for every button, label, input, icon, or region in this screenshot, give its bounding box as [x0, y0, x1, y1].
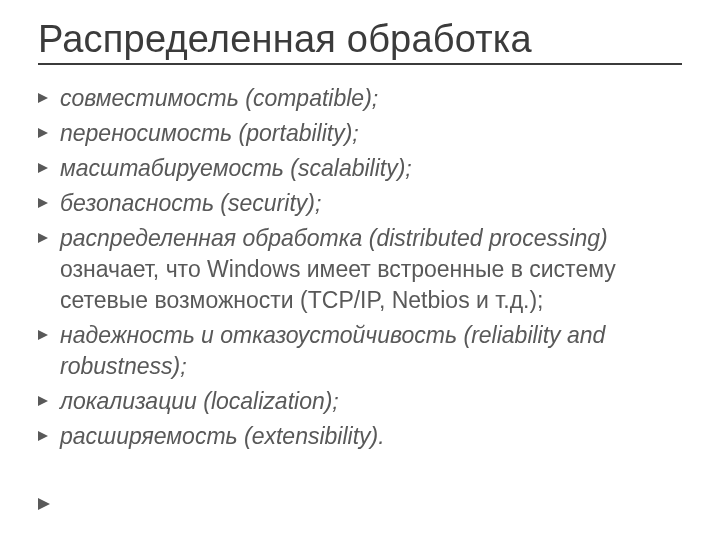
footer-triangle-icon [38, 496, 50, 514]
item-text: совместимость (compatible); [60, 83, 682, 114]
item-text: распределенная обработка (distributed pr… [60, 223, 682, 316]
triangle-icon [38, 198, 60, 208]
item-italic: локализации (localization); [60, 388, 339, 414]
svg-marker-8 [38, 498, 50, 510]
triangle-icon [38, 233, 60, 243]
list-item: надежность и отказоустойчивость (reliabi… [38, 320, 682, 382]
svg-marker-5 [38, 330, 48, 340]
list-item: локализации (localization); [38, 386, 682, 417]
item-italic: переносимость (portability); [60, 120, 359, 146]
item-italic: расширяемость (extensibility). [60, 423, 385, 449]
item-plain: означает, что Windows имеет встроенные в… [60, 256, 616, 313]
svg-marker-2 [38, 163, 48, 173]
item-text: локализации (localization); [60, 386, 682, 417]
svg-marker-3 [38, 198, 48, 208]
item-italic: масштабируемость (scalability); [60, 155, 412, 181]
item-text: расширяемость (extensibility). [60, 421, 682, 452]
item-text: безопасность (security); [60, 188, 682, 219]
item-italic: надежность и отказоустойчивость (reliabi… [60, 322, 605, 379]
triangle-icon [38, 128, 60, 138]
triangle-icon [38, 93, 60, 103]
slide: Распределенная обработка совместимость (… [0, 0, 720, 540]
list-item: масштабируемость (scalability); [38, 153, 682, 184]
triangle-icon [38, 330, 60, 340]
list-item: совместимость (compatible); [38, 83, 682, 114]
item-text: масштабируемость (scalability); [60, 153, 682, 184]
triangle-icon [38, 396, 60, 406]
svg-marker-4 [38, 233, 48, 243]
list-item: безопасность (security); [38, 188, 682, 219]
svg-marker-0 [38, 93, 48, 103]
svg-marker-7 [38, 431, 48, 441]
item-italic: совместимость (compatible); [60, 85, 378, 111]
item-italic: распределенная обработка (distributed pr… [60, 225, 608, 251]
bullet-list: совместимость (compatible); переносимост… [38, 83, 682, 453]
page-title: Распределенная обработка [38, 18, 682, 61]
list-item: переносимость (portability); [38, 118, 682, 149]
svg-marker-6 [38, 396, 48, 406]
list-item: распределенная обработка (distributed pr… [38, 223, 682, 316]
item-text: надежность и отказоустойчивость (reliabi… [60, 320, 682, 382]
title-underline [38, 63, 682, 65]
triangle-icon [38, 163, 60, 173]
triangle-icon [38, 431, 60, 441]
list-item: расширяемость (extensibility). [38, 421, 682, 452]
item-text: переносимость (portability); [60, 118, 682, 149]
svg-marker-1 [38, 128, 48, 138]
item-italic: безопасность (security); [60, 190, 321, 216]
